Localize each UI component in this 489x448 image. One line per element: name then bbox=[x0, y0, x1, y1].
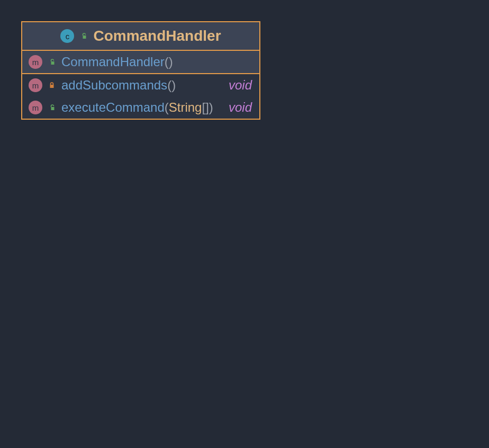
public-visibility-icon bbox=[79, 32, 88, 40]
public-visibility-icon bbox=[48, 103, 56, 112]
svg-rect-1 bbox=[51, 61, 55, 65]
class-header[interactable]: c CommandHandler bbox=[22, 22, 259, 51]
diagram-canvas: c CommandHandler m CommandHandler() bbox=[0, 0, 489, 448]
member-row[interactable]: m CommandHandler() bbox=[22, 51, 259, 74]
paren-open: ( bbox=[167, 78, 171, 92]
member-signature: CommandHandler() bbox=[61, 55, 242, 69]
public-visibility-icon bbox=[48, 58, 56, 66]
param-type: String bbox=[169, 100, 202, 114]
paren-close: ) bbox=[169, 55, 173, 69]
private-visibility-icon bbox=[48, 81, 56, 89]
svg-rect-3 bbox=[51, 107, 55, 110]
member-name: executeCommand bbox=[61, 100, 165, 114]
paren-close: ) bbox=[171, 78, 176, 92]
method-icon: m bbox=[29, 101, 42, 114]
paren-close: ) bbox=[209, 100, 213, 114]
class-name-label: CommandHandler bbox=[93, 28, 221, 44]
method-icon: m bbox=[29, 78, 42, 92]
svg-rect-2 bbox=[50, 85, 54, 88]
method-icon: m bbox=[29, 55, 42, 69]
return-type: void bbox=[229, 78, 252, 93]
paren-open: ( bbox=[165, 55, 169, 69]
member-row[interactable]: m addSubcommands() void bbox=[22, 74, 259, 96]
paren-open: ( bbox=[165, 100, 169, 114]
param-type-suffix: [] bbox=[202, 100, 209, 114]
member-name: addSubcommands bbox=[61, 78, 167, 92]
svg-rect-0 bbox=[83, 35, 86, 39]
return-type: void bbox=[229, 100, 252, 115]
class-icon: c bbox=[60, 29, 74, 43]
member-row[interactable]: m executeCommand(String[]) void bbox=[22, 96, 259, 119]
member-signature: addSubcommands() bbox=[61, 78, 219, 93]
class-box-commandhandler[interactable]: c CommandHandler m CommandHandler() bbox=[21, 21, 260, 120]
member-signature: executeCommand(String[]) bbox=[61, 100, 219, 115]
member-name: CommandHandler bbox=[61, 55, 165, 69]
